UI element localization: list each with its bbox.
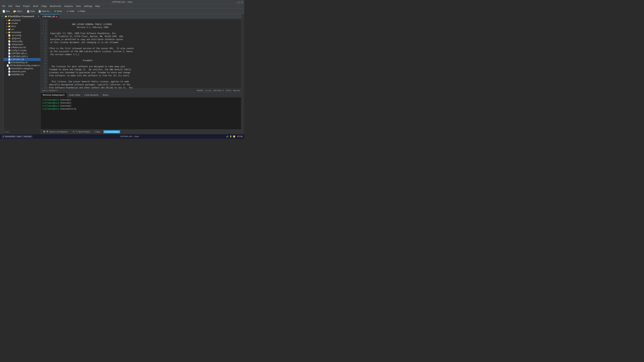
tree-item-autotests[interactable]: ▶📁autotests	[4, 19, 40, 22]
close-btn[interactable]: ×	[241, 1, 243, 3]
tree-item--kateproject[interactable]: ▶📄.kateproject	[4, 43, 40, 46]
tree-item-cmake[interactable]: ▶📁cmake	[4, 22, 40, 25]
menu-bar: File Edit View Project Build CTags Bookm…	[0, 4, 244, 8]
tree-item--gitignore[interactable]: ▶🔶.gitignore	[4, 37, 40, 40]
tree-item-config-h-cmake[interactable]: ▶📄config.h.cmake	[4, 49, 40, 52]
save-button[interactable]: 💾 Save	[25, 9, 36, 13]
language-status: en_US	[205, 89, 211, 92]
tree-item-readme-md[interactable]: ▶📄README.md	[4, 73, 40, 76]
menu-view[interactable]: View	[14, 5, 21, 8]
editor-tab-copying-lib[interactable]: COPYING.LIB ●	[40, 14, 59, 18]
minimize-btn[interactable]: –	[236, 1, 237, 3]
tree-item-kf5texteditorconfig-cmake-in[interactable]: ▶📄KF5TextEditorConfig.cmake.in	[4, 64, 40, 67]
toolbar: 📄 New 📂 Open... 💾 Save 💾 Save As... ✕ Cl…	[0, 8, 244, 14]
tree-item--kateconfig[interactable]: ▶📄.kateconfig	[4, 40, 40, 43]
project-icon: 📁	[5, 15, 7, 17]
terminal-panel: Terminal (kateproject) Code Index Code A…	[40, 92, 241, 129]
build-output-tab[interactable]: 🔨 🔨 Build Output	[71, 130, 92, 133]
title-bar: COPYING.LIB — Kate – □ ×	[0, 0, 244, 4]
tree-item-extradesktop-sh[interactable]: ▶📄ExtraDesktop.sh	[4, 61, 40, 64]
right-sidebar	[241, 14, 244, 134]
menu-file[interactable]: File	[1, 5, 7, 8]
indent-status: Soft Tabs: 4	[213, 89, 224, 92]
terminal-tab-konsole[interactable]: Terminal (kateproject)	[40, 93, 67, 97]
menu-build[interactable]: Build	[32, 5, 40, 8]
tree-item-copying-lgpl-2[interactable]: ▶📄COPYING-LGPL-2	[4, 55, 40, 58]
redo-button[interactable]: ↪ Redo	[76, 9, 86, 13]
menu-help[interactable]: Help	[94, 5, 101, 8]
search-replace-tab[interactable]: 🔍 🔍 Search and Replace	[42, 130, 69, 133]
tree-item-ktexteditor-categories[interactable]: ▶📄ktexteditor.categories	[4, 67, 40, 70]
bottom-bar: 🔍 🔍 Search and Replace 🔨 🔨 Build Output …	[40, 129, 241, 134]
save-icon: 💾	[27, 10, 30, 12]
tree-item-metainfo-yaml[interactable]: ▶📄metainfo.yaml	[4, 70, 40, 73]
terminal-tab-code-analysis[interactable]: Code Analysis	[82, 93, 100, 97]
filter-input[interactable]	[5, 131, 40, 133]
editor-main[interactable]: 1 2 3 4 5 6 7 8 9 10 11 12 13 14 15 16 1…	[40, 19, 241, 88]
tree-item--arcconfig[interactable]: ▶📄.arcconfig	[4, 34, 40, 37]
editor-content[interactable]: GNU LESSER GENERAL PUBLIC LICENSE Versio…	[48, 19, 241, 88]
terminal-tab-notes[interactable]: Notes	[100, 93, 111, 97]
menu-tools[interactable]: Tools	[75, 5, 82, 8]
project-name: KTextEditor Framework	[8, 15, 34, 17]
menu-project[interactable]: Project	[22, 5, 31, 8]
battery-icon: 🔋	[230, 135, 232, 138]
undo-icon: ↩	[67, 10, 69, 12]
terminal-tab-code-index[interactable]: Code Index	[67, 93, 82, 97]
new-icon: 📄	[2, 10, 5, 12]
file-tree: ▶📁autotests▶📁cmake▶📁docs▶📁src▶📁templates…	[4, 19, 40, 130]
cursor-position: Line 1, Column 1	[42, 89, 58, 92]
tree-item-src[interactable]: ▶📁src	[4, 28, 40, 31]
maximize-btn[interactable]: □	[238, 1, 240, 3]
close-file-button[interactable]: ✕ Close	[53, 9, 64, 13]
file-filter	[4, 130, 40, 134]
content-area: COPYING.LIB ● 1 2 3 4 5 6 7 8 9 10 11 12…	[40, 14, 241, 134]
undo-button[interactable]: ↩ Undo	[66, 9, 76, 13]
menu-sessions[interactable]: Sessions	[63, 5, 74, 8]
main-area: ▶ 📁 KTextEditor Framework ↻ ▶📁autotests▶…	[0, 14, 244, 134]
tab-bar: COPYING.LIB ●	[40, 14, 241, 19]
terminal-line: [cullmann@kuro ktexteditor]$	[42, 107, 240, 110]
search-icon: 🔍	[43, 131, 46, 133]
audio-icon: 🔊	[226, 135, 228, 138]
refresh-button[interactable]: ↻	[38, 15, 40, 17]
side-panel-icons: ▶	[0, 14, 4, 134]
ctags-tab[interactable]: CTags	[94, 130, 102, 133]
new-button[interactable]: 📄 New	[1, 9, 11, 13]
terminal-line: [cullmann@kuro ktextedit	[42, 98, 240, 101]
window-controls: – □ ×	[236, 1, 243, 3]
current-project-tab[interactable]: Current Project	[104, 130, 120, 133]
redo-icon: ↪	[78, 10, 80, 12]
encoding-status: UTF-8	[226, 89, 231, 92]
tab-close-icon[interactable]: ●	[56, 16, 58, 17]
terminal-content[interactable]: [cullmann@kuro ktextedit[cullmann@kuro k…	[40, 97, 241, 129]
menu-ctags[interactable]: CTags	[40, 5, 48, 8]
toolbar-separator-1	[64, 9, 64, 13]
save-as-button[interactable]: 💾 Save As...	[37, 9, 52, 13]
project-side-icon[interactable]: ▶	[0, 15, 3, 18]
status-bar: Line 1, Column 1 INSERT en_US Soft Tabs:…	[40, 88, 241, 92]
taskbar-app-kate[interactable]: 🖊 ktexteditor : kate — Konsole	[1, 135, 33, 138]
terminal-line: [cullmann@kuro ktextedit	[42, 104, 240, 107]
open-button[interactable]: 📂 Open...	[12, 9, 25, 13]
sys-tray: 🔊 🔋 📶	[226, 135, 235, 138]
tree-item-templates[interactable]: ▶📁templates	[4, 31, 40, 34]
edit-mode: INSERT	[197, 89, 203, 92]
tree-item-copying-lib[interactable]: ▶📄COPYING.LIB	[4, 58, 40, 61]
file-panel-header: 📁 KTextEditor Framework ↻	[4, 14, 40, 19]
tree-item-copying-gpl-2[interactable]: ▶📄COPYING-GPL-2	[4, 52, 40, 55]
network-icon: 📶	[233, 135, 235, 138]
terminal-tabs: Terminal (kateproject) Code Index Code A…	[40, 93, 241, 97]
menu-settings[interactable]: Settings	[83, 5, 94, 8]
taskbar-right: 🔊 🔋 📶 17:31	[226, 135, 243, 138]
menu-edit[interactable]: Edit	[7, 5, 14, 8]
build-icon: 🔨	[72, 131, 75, 133]
menu-bookmarks[interactable]: Bookmarks	[49, 5, 62, 8]
tree-item-cmakelists-txt[interactable]: ▶📋CMakeLists.txt	[4, 46, 40, 49]
tree-item-docs[interactable]: ▶📁docs	[4, 25, 40, 28]
status-right: INSERT en_US Soft Tabs: 4 UTF-8 Normal	[197, 89, 240, 92]
window-title: COPYING.LIB — Kate	[112, 1, 132, 3]
clock: 17:31	[237, 135, 243, 138]
tab-label: COPYING.LIB	[42, 15, 55, 18]
center-label: COPYING.LIB — Kate	[120, 135, 139, 138]
